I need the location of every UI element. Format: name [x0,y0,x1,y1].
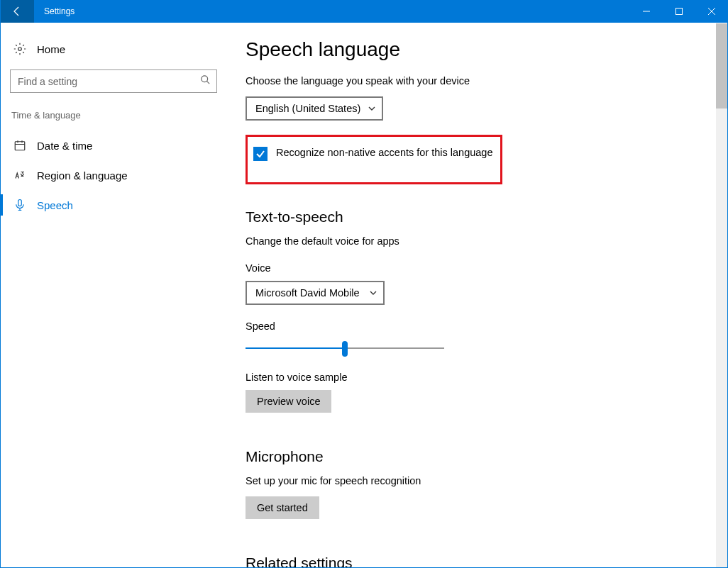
sidebar-item-label: Speech [37,199,73,211]
scrollbar-thumb[interactable] [716,23,727,108]
get-started-button[interactable]: Get started [246,496,319,519]
speed-label: Speed [246,321,728,332]
titlebar: Settings [0,0,728,23]
preview-voice-button[interactable]: Preview voice [246,390,331,413]
maximize-icon [675,8,683,15]
sidebar-item-speech[interactable]: Speech [0,190,227,220]
vertical-scrollbar[interactable] [716,23,727,567]
language-dropdown[interactable]: English (United States) [246,96,383,121]
window-title: Settings [34,6,75,16]
sidebar-item-datetime[interactable]: Date & time [0,130,227,160]
mic-desc: Set up your mic for speech recognition [246,475,728,486]
check-icon [255,149,265,159]
main-content: Speech language Choose the language you … [227,23,728,567]
search-icon [200,74,211,88]
region-icon [13,169,27,182]
slider-thumb[interactable] [342,341,348,357]
sidebar-item-label: Date & time [37,140,92,152]
datetime-icon [13,139,27,152]
arrow-left-icon [11,6,23,17]
highlighted-checkbox-region: Recognize non-native accents for this la… [246,135,502,184]
microphone-icon [13,199,27,211]
nonnative-checkbox-label: Recognize non-native accents for this la… [276,147,493,158]
language-dropdown-value: English (United States) [255,103,360,114]
maximize-button[interactable] [663,0,695,23]
svg-point-1 [18,48,22,51]
home-nav[interactable]: Home [0,35,227,62]
voice-dropdown[interactable]: Microsoft David Mobile [246,281,385,305]
svg-rect-4 [18,200,22,206]
listen-label: Listen to voice sample [246,372,728,383]
minimize-button[interactable] [630,0,663,23]
section-label: Time & language [0,93,227,130]
chevron-down-icon [368,104,376,115]
svg-rect-0 [676,9,683,15]
search-input[interactable] [18,76,200,87]
svg-point-2 [202,76,208,82]
voice-dropdown-value: Microsoft David Mobile [255,287,360,299]
mic-heading: Microphone [246,448,728,465]
related-heading: Related settings [246,555,728,567]
sidebar: Home Time & language Date & time Region … [0,23,227,567]
minimize-icon [643,8,650,15]
close-button[interactable] [695,0,728,23]
svg-rect-3 [15,142,25,150]
page-heading: Speech language [246,38,728,61]
nonnative-checkbox[interactable] [253,147,268,161]
back-button[interactable] [0,0,34,23]
search-box[interactable] [10,69,217,93]
tts-desc: Change the default voice for apps [246,235,728,247]
sidebar-item-label: Region & language [37,169,128,182]
speech-desc: Choose the language you speak with your … [246,75,728,87]
gear-icon [13,43,27,55]
sidebar-item-region[interactable]: Region & language [0,160,227,190]
voice-label: Voice [246,262,728,274]
slider-fill [246,347,345,349]
chevron-down-icon [369,288,377,299]
tts-heading: Text-to-speech [246,208,728,225]
window-controls [630,0,728,23]
close-icon [708,8,715,15]
speed-slider[interactable] [246,339,444,359]
home-label: Home [37,43,65,55]
